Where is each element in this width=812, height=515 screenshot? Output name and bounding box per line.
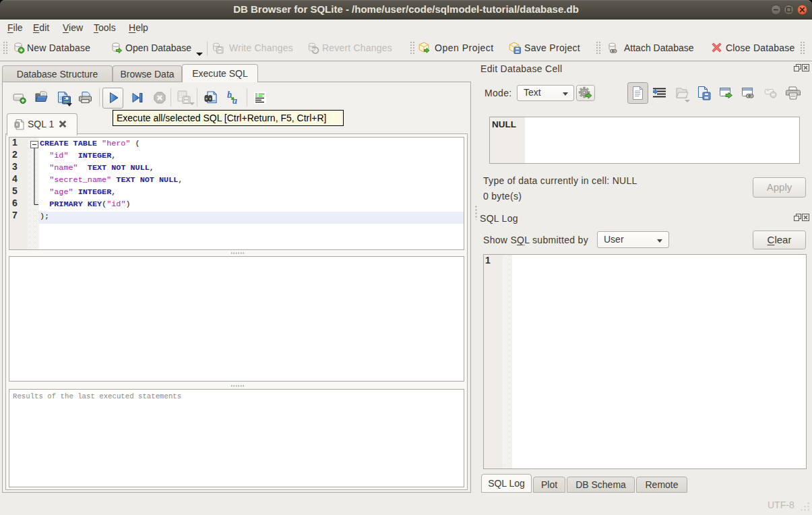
svg-text:b: b <box>227 90 232 100</box>
